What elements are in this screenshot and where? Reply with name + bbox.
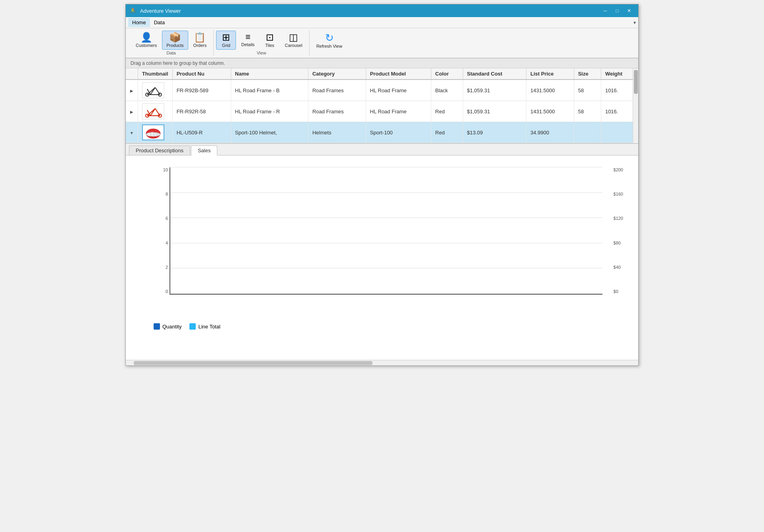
table-area[interactable]: Thumbnail Product Nu Name Category Produ…	[126, 68, 638, 144]
col-name[interactable]: Name	[231, 68, 308, 80]
maximize-button[interactable]: □	[612, 6, 622, 15]
minimize-button[interactable]: ─	[600, 6, 610, 15]
col-list-price[interactable]: List Price	[526, 68, 574, 80]
carousel-icon: ◫	[289, 33, 298, 42]
ribbon-group-view-items: ⊞ Grid ≡ Details ⊡ Tiles ◫ Carousel	[216, 31, 307, 50]
ribbon-refresh-button[interactable]: ↻ Refresh View	[312, 31, 347, 50]
row-expand[interactable]: ▶	[126, 101, 138, 122]
products-label: Products	[166, 43, 183, 48]
ribbon-view-group-label: View	[216, 50, 307, 55]
thumbnail-cell	[138, 80, 172, 101]
window-controls: ─ □ ✕	[600, 6, 634, 15]
y-ticks-left: 0 2 4 6 8 10	[155, 167, 168, 294]
detail-area: Product Descriptions Sales Units US Doll…	[126, 144, 638, 360]
standard-cost: $1,059.31	[463, 80, 526, 101]
list-price: 34.9900	[526, 122, 574, 143]
product-color: Red	[431, 122, 463, 143]
product-thumbnail	[142, 103, 164, 119]
y-tick-right: $120	[614, 216, 623, 221]
y-tick-right: $160	[614, 192, 623, 196]
table-row-selected[interactable]: ▼	[126, 122, 638, 143]
col-thumbnail[interactable]: Thumbnail	[138, 68, 172, 80]
product-color: Red	[431, 101, 463, 122]
chart-legend: Quantity Line Total	[154, 323, 634, 330]
refresh-icon: ↻	[325, 33, 334, 43]
tiles-icon: ⊡	[266, 33, 274, 42]
ribbon-group-view: ⊞ Grid ≡ Details ⊡ Tiles ◫ Carousel View	[214, 30, 310, 56]
content-area: Drag a column here to group by that colu…	[126, 58, 638, 365]
bars-area	[170, 167, 602, 294]
menu-item-home[interactable]: Home	[128, 18, 150, 27]
tab-product-descriptions[interactable]: Product Descriptions	[129, 146, 190, 155]
ribbon-carousel-button[interactable]: ◫ Carousel	[281, 31, 307, 50]
ribbon-group-data-items: 👤 Customers 📦 Products 📋 Orders	[131, 31, 211, 50]
product-name: Sport-100 Helmet,	[231, 122, 308, 143]
product-model: HL Road Frame	[366, 101, 431, 122]
y-tick: 4	[155, 241, 168, 245]
refresh-label: Refresh View	[316, 44, 342, 49]
product-thumbnail	[142, 124, 164, 140]
tab-sales[interactable]: Sales	[191, 146, 218, 155]
col-standard-cost[interactable]: Standard Cost	[463, 68, 526, 80]
grid-icon: ⊞	[222, 33, 230, 42]
horizontal-scrollbar[interactable]	[126, 360, 638, 365]
product-size: 58	[574, 80, 601, 101]
ribbon-tiles-button[interactable]: ⊡ Tiles	[260, 31, 280, 50]
product-thumbnail	[142, 82, 164, 98]
menu-expand-icon[interactable]: ▾	[633, 20, 636, 25]
row-expand[interactable]: ▶	[126, 80, 138, 101]
ribbon-grid-button[interactable]: ⊞ Grid	[216, 31, 236, 50]
table-row[interactable]: ▶	[126, 101, 638, 122]
svg-rect-18	[154, 133, 156, 136]
expand-icon[interactable]: ▶	[130, 110, 133, 114]
col-size[interactable]: Size	[574, 68, 601, 80]
legend-quantity-label: Quantity	[162, 324, 181, 330]
ribbon-products-button[interactable]: 📦 Products	[162, 31, 188, 50]
table-row[interactable]: ▶	[126, 80, 638, 101]
ribbon-data-group-label: Data	[131, 50, 211, 55]
menu-item-data[interactable]: Data	[150, 18, 169, 27]
col-color[interactable]: Color	[431, 68, 463, 80]
ribbon-customers-button[interactable]: 👤 Customers	[131, 31, 161, 50]
y-tick: 0	[155, 289, 168, 294]
product-category: Helmets	[308, 122, 366, 143]
col-product-model[interactable]: Product Model	[366, 68, 431, 80]
details-label: Details	[241, 42, 255, 47]
y-tick: 6	[155, 216, 168, 221]
expand-icon[interactable]: ▶	[130, 89, 133, 93]
bike-frame-black-svg	[143, 83, 163, 97]
bike-frame-red-svg	[143, 105, 163, 118]
grid-label: Grid	[222, 43, 230, 48]
helmet-svg	[143, 126, 163, 139]
carousel-label: Carousel	[285, 43, 302, 48]
y-tick: 8	[155, 192, 168, 196]
product-category: Road Frames	[308, 101, 366, 122]
close-button[interactable]: ✕	[624, 6, 634, 15]
product-size	[574, 122, 601, 143]
thumbnail-cell	[138, 101, 172, 122]
y-tick: 10	[155, 167, 168, 172]
ribbon: 👤 Customers 📦 Products 📋 Orders Data ⊞	[126, 28, 638, 58]
list-price: 1431.5000	[526, 101, 574, 122]
details-icon: ≡	[246, 33, 251, 41]
product-size: 58	[574, 101, 601, 122]
y-tick-right: $80	[614, 241, 623, 245]
col-category[interactable]: Category	[308, 68, 366, 80]
product-number: FR-R92R-58	[172, 101, 231, 122]
chart-container: Units US Dollars 0 2 4 6 8 10	[130, 159, 634, 318]
tabs-header: Product Descriptions Sales	[126, 144, 638, 155]
scrollbar-thumb[interactable]	[634, 70, 638, 94]
h-scrollbar-thumb[interactable]	[134, 361, 372, 365]
product-name: HL Road Frame - R	[231, 101, 308, 122]
expand-icon[interactable]: ▼	[130, 131, 134, 135]
legend-linetotal: Line Total	[189, 323, 220, 330]
y-tick-right: $40	[614, 265, 623, 270]
orders-icon: 📋	[194, 33, 206, 42]
customers-label: Customers	[136, 43, 157, 48]
tiles-label: Tiles	[265, 43, 274, 48]
row-expand[interactable]: ▼	[126, 122, 138, 143]
vertical-scrollbar[interactable]	[633, 68, 638, 143]
ribbon-orders-button[interactable]: 📋 Orders	[189, 31, 211, 50]
ribbon-details-button[interactable]: ≡ Details	[237, 31, 259, 49]
col-product-number[interactable]: Product Nu	[172, 68, 231, 80]
